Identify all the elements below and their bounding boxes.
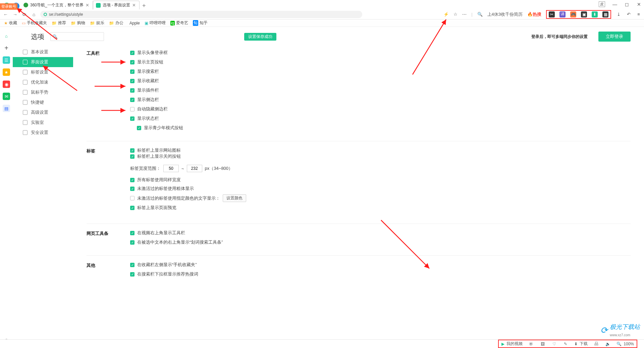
- option-row[interactable]: ✓显示插件栏: [130, 87, 183, 93]
- tab-close-icon[interactable]: ✕: [86, 3, 89, 8]
- option-row[interactable]: ✓所有标签使用同样宽度: [130, 177, 246, 183]
- checkbox[interactable]: ✓: [130, 178, 135, 182]
- option-row[interactable]: ✓显示头像登录框: [130, 50, 183, 56]
- nav-tabs[interactable]: 标签设置: [13, 67, 73, 77]
- option-row[interactable]: ✓显示青少年模式按钮: [137, 125, 183, 131]
- option-row[interactable]: ✓显示收藏栏: [130, 78, 183, 84]
- bookmark-fav[interactable]: ★收藏: [4, 20, 17, 26]
- checkbox[interactable]: ✓: [130, 148, 135, 153]
- status-shield-icon[interactable]: ⛨: [529, 341, 534, 347]
- dock-weibo-icon[interactable]: ◉: [3, 81, 10, 88]
- status-heart-icon[interactable]: ♡: [551, 341, 557, 347]
- option-row[interactable]: ✓标签上显示页面预览: [130, 205, 246, 211]
- download-icon[interactable]: ⬇: [592, 11, 598, 17]
- search-hint[interactable]: 上4休3收千份简历: [487, 11, 523, 17]
- nav-advanced[interactable]: 高级设置: [13, 107, 73, 117]
- dock-add-icon[interactable]: +: [3, 44, 10, 52]
- dock-home-icon[interactable]: ⌂: [3, 32, 10, 40]
- bookmark-bilibili[interactable]: ▣哔哩哔哩: [145, 20, 166, 26]
- dock-doc-icon[interactable]: ▤: [3, 105, 10, 112]
- checkbox[interactable]: ✓: [130, 187, 135, 191]
- dock-mail-icon[interactable]: ✉: [3, 93, 10, 100]
- checkbox[interactable]: ✓: [130, 231, 135, 235]
- bookmark-mobile[interactable]: ▭手机收藏夹: [22, 20, 47, 26]
- status-myvideo[interactable]: ▶我的视频: [501, 341, 523, 347]
- option-row[interactable]: ✓显示侧边栏: [130, 97, 183, 103]
- dock-app1-icon[interactable]: ☰: [3, 56, 10, 64]
- game-icon[interactable]: 🎮: [570, 11, 576, 17]
- tab-width-max-input[interactable]: [187, 165, 202, 172]
- option-row[interactable]: ✓在视频右上角显示工具栏: [130, 230, 223, 236]
- tab-close-icon[interactable]: ✕: [132, 3, 136, 8]
- option-row[interactable]: ✓显示主页按钮: [130, 59, 183, 65]
- option-row[interactable]: ✓标签栏上显示关闭按钮: [130, 153, 246, 159]
- flash-icon[interactable]: ⚡: [443, 12, 449, 17]
- nav-lab[interactable]: 实验室: [13, 117, 73, 128]
- checkbox[interactable]: ✓: [130, 154, 135, 159]
- checkbox[interactable]: ✓: [137, 126, 141, 130]
- checkbox[interactable]: ✓: [130, 206, 135, 210]
- status-picture-icon[interactable]: 🖼: [540, 341, 545, 347]
- option-row[interactable]: 未激活过的标签使用指定颜色的文字显示：设置颜色: [130, 194, 246, 202]
- option-row[interactable]: 自动隐藏侧边栏: [130, 106, 183, 112]
- checkbox[interactable]: ✓: [130, 51, 135, 55]
- nav-forward-icon[interactable]: →: [12, 12, 18, 17]
- nav-gesture[interactable]: 鼠标手势: [13, 87, 73, 97]
- checkbox[interactable]: ✓: [130, 60, 135, 64]
- url-field[interactable]: se://settings/uistyle: [40, 11, 362, 18]
- option-row[interactable]: ✓在收藏栏左侧显示“手机收藏夹”: [130, 262, 198, 268]
- bookmark-folder[interactable]: 📁推荐: [52, 20, 66, 26]
- nav-back-icon[interactable]: ←: [3, 12, 9, 17]
- option-row[interactable]: ✓在搜索栏下拉框显示推荐热搜词: [130, 271, 198, 277]
- checkbox[interactable]: ✓: [130, 69, 135, 74]
- tab-add-button[interactable]: +: [140, 2, 148, 9]
- search-icon[interactable]: 🔍: [477, 12, 483, 17]
- checkbox[interactable]: [130, 107, 135, 111]
- nav-ui[interactable]: 界面设置: [13, 57, 73, 67]
- dock-star-icon[interactable]: ★: [3, 68, 10, 76]
- nav-shortcut[interactable]: 快捷键: [13, 97, 73, 107]
- status-zoom[interactable]: 🔍 100%: [616, 342, 634, 346]
- video-icon[interactable]: ▣: [581, 11, 587, 17]
- set-color-button[interactable]: 设置颜色: [223, 194, 246, 202]
- checkbox[interactable]: ✓: [130, 240, 135, 245]
- checkbox[interactable]: ✓: [130, 263, 135, 267]
- bookmark-apple[interactable]: Apple: [128, 21, 140, 26]
- login-now-button[interactable]: 立即登录: [598, 32, 631, 42]
- option-row[interactable]: ✓在被选中文本的右上角显示“划词搜索工具条”: [130, 239, 223, 245]
- status-brush-icon[interactable]: ✎: [563, 341, 568, 347]
- option-row[interactable]: ✓标签栏上显示网站图标: [130, 147, 246, 153]
- hot-search-label[interactable]: 🔥热搜: [527, 11, 541, 17]
- status-download[interactable]: ⬇ 下载: [574, 341, 588, 347]
- scissors-icon[interactable]: ✂: [549, 11, 555, 17]
- tab-width-min-input[interactable]: [163, 165, 179, 172]
- bookmark-folder[interactable]: 📁办公: [109, 20, 123, 26]
- option-row[interactable]: ✓显示状态栏: [130, 115, 183, 121]
- checkbox[interactable]: [130, 196, 135, 200]
- checkbox[interactable]: ✓: [130, 88, 135, 93]
- login-account-badge[interactable]: 登录账号: [0, 3, 17, 10]
- undo-icon[interactable]: ↶: [626, 12, 631, 17]
- star-icon[interactable]: ☆: [453, 12, 458, 17]
- checkbox[interactable]: ✓: [130, 79, 135, 83]
- download-tray-icon[interactable]: ⤓: [616, 12, 621, 17]
- bookmark-folder[interactable]: 📁购物: [71, 20, 85, 26]
- menu-icon[interactable]: ≡: [636, 12, 641, 17]
- settings-search-input[interactable]: 🔍: [50, 32, 104, 41]
- nav-reload-icon[interactable]: ⟳: [21, 12, 28, 17]
- status-volume-icon[interactable]: 🔈: [605, 341, 610, 347]
- nav-security[interactable]: 安全设置: [13, 128, 73, 138]
- bookmark-folder[interactable]: 📁娱乐: [90, 20, 104, 26]
- more-icon[interactable]: ⋯: [462, 12, 467, 17]
- bookmark-iqiyi[interactable]: iq爱奇艺: [170, 20, 188, 26]
- nav-home-icon[interactable]: ⌂: [31, 12, 37, 17]
- translate-icon[interactable]: 译: [559, 11, 566, 17]
- option-row[interactable]: ✓显示搜索栏: [130, 68, 183, 74]
- tab-settings[interactable]: 选项 - 界面设置 ✕: [93, 1, 140, 9]
- grid-icon[interactable]: ▦: [602, 11, 608, 17]
- checkbox[interactable]: ✓: [130, 98, 135, 102]
- nav-basic[interactable]: 基本设置: [13, 47, 73, 57]
- status-net-icon[interactable]: 品: [594, 341, 599, 347]
- nav-optimize[interactable]: 优化加速: [13, 77, 73, 87]
- checkbox[interactable]: ✓: [130, 272, 135, 277]
